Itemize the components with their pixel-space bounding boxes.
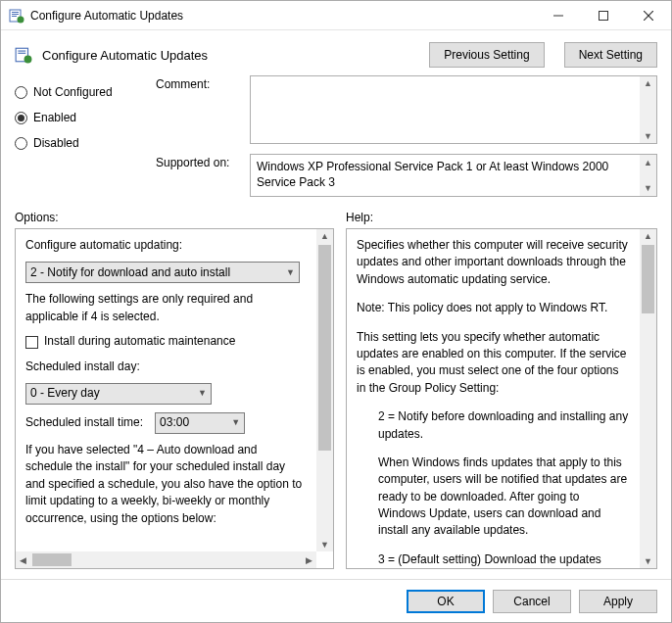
panes: Configure automatic updating: 2 - Notify…	[1, 228, 671, 579]
dialog-window: Configure Automatic Updates Configure Au…	[0, 0, 672, 623]
vertical-scrollbar[interactable]: ▲ ▼	[316, 229, 333, 551]
install-day-combo[interactable]: 0 - Every day ▼	[25, 383, 212, 405]
vertical-scrollbar[interactable]: ▲ ▼	[640, 229, 656, 568]
svg-rect-6	[600, 11, 608, 20]
supported-on-box: Windows XP Professional Service Pack 1 o…	[250, 154, 657, 197]
scroll-thumb[interactable]	[32, 553, 72, 566]
scroll-thumb[interactable]	[642, 245, 654, 313]
radio-icon	[15, 112, 27, 124]
page-title: Configure Automatic Updates	[42, 48, 409, 63]
svg-rect-1	[12, 12, 19, 13]
apply-button[interactable]: Apply	[579, 590, 657, 613]
chevron-down-icon: ▼	[640, 554, 656, 568]
header-row: Configure Automatic Updates Previous Set…	[1, 30, 671, 75]
pane-labels: Options: Help:	[1, 205, 671, 228]
next-setting-button[interactable]: Next Setting	[564, 42, 657, 68]
scrollbar[interactable]: ▲▼	[640, 76, 656, 143]
help-text: 3 = (Default setting) Download the updat…	[357, 551, 630, 568]
chevron-right-icon: ▶	[302, 553, 316, 567]
svg-rect-3	[12, 16, 17, 17]
help-text: When Windows finds updates that apply to…	[357, 455, 630, 540]
comment-label: Comment:	[156, 75, 244, 91]
chevron-down-icon: ▼	[231, 416, 240, 429]
help-label: Help:	[346, 211, 373, 224]
top-section: Not Configured Enabled Disabled Comment:…	[1, 75, 671, 205]
help-text: Specifies whether this computer will rec…	[357, 237, 630, 288]
state-column: Not Configured Enabled Disabled	[15, 75, 142, 197]
chevron-down-icon: ▼	[644, 180, 652, 196]
radio-icon	[15, 137, 27, 150]
ok-button[interactable]: OK	[407, 590, 485, 613]
previous-setting-button[interactable]: Previous Setting	[429, 42, 544, 68]
chevron-up-icon: ▲	[644, 155, 652, 170]
scroll-thumb[interactable]	[318, 245, 331, 451]
install-day-label: Scheduled install day:	[25, 359, 307, 375]
svg-rect-11	[18, 53, 25, 54]
checkbox-label: Install during automatic maintenance	[44, 334, 235, 348]
configure-updating-combo[interactable]: 2 - Notify for download and auto install…	[25, 262, 300, 283]
chevron-down-icon: ▼	[644, 129, 652, 143]
help-text: This setting lets you specify whether au…	[357, 329, 630, 398]
chevron-up-icon: ▲	[640, 229, 656, 243]
policy-icon	[9, 8, 24, 24]
radio-label: Enabled	[33, 111, 76, 124]
radio-enabled[interactable]: Enabled	[15, 105, 142, 130]
install-time-row: Scheduled install time: 03:00 ▼	[25, 412, 307, 434]
checkbox-icon	[25, 336, 38, 349]
options-content: Configure automatic updating: 2 - Notify…	[16, 229, 316, 551]
radio-disabled[interactable]: Disabled	[15, 130, 142, 156]
radio-label: Disabled	[33, 136, 79, 150]
svg-point-4	[18, 16, 24, 23]
radio-label: Not Configured	[33, 85, 113, 99]
supported-on-text: Windows XP Professional Service Pack 1 o…	[257, 160, 608, 189]
titlebar: Configure Automatic Updates	[1, 1, 671, 30]
chevron-up-icon: ▲	[644, 76, 652, 90]
install-time-label: Scheduled install time:	[25, 414, 143, 431]
help-content: Specifies whether this computer will rec…	[347, 229, 640, 568]
chevron-down-icon: ▼	[286, 266, 295, 279]
configure-updating-label: Configure automatic updating:	[25, 237, 307, 254]
svg-rect-10	[18, 51, 25, 52]
help-text: Note: This policy does not apply to Wind…	[357, 300, 630, 316]
chevron-down-icon: ▼	[198, 387, 207, 400]
chevron-up-icon: ▲	[316, 229, 333, 243]
radio-icon	[15, 86, 27, 99]
scrollbar[interactable]: ▲▼	[640, 155, 656, 196]
dialog-footer: OK Cancel Apply	[1, 579, 671, 622]
combo-value: 0 - Every day	[30, 385, 100, 402]
options-note: The following settings are only required…	[25, 291, 307, 325]
help-pane: Specifies whether this computer will rec…	[346, 228, 657, 569]
svg-point-12	[24, 56, 32, 64]
radio-not-configured[interactable]: Not Configured	[15, 79, 142, 105]
chevron-left-icon: ◀	[16, 553, 30, 567]
minimize-button[interactable]	[536, 1, 581, 30]
combo-value: 2 - Notify for download and auto install	[30, 264, 230, 281]
options-pane: Configure automatic updating: 2 - Notify…	[15, 228, 334, 569]
cancel-button[interactable]: Cancel	[493, 590, 571, 613]
comment-textarea[interactable]: ▲▼	[250, 75, 657, 144]
install-time-combo[interactable]: 03:00 ▼	[155, 412, 245, 434]
options-label: Options:	[15, 211, 346, 224]
close-button[interactable]	[626, 1, 671, 30]
horizontal-scrollbar[interactable]: ◀ ▶	[16, 551, 316, 568]
chevron-down-icon: ▼	[316, 538, 333, 551]
window-title: Configure Automatic Updates	[30, 9, 536, 23]
options-tail-text: If you have selected "4 – Auto download …	[25, 442, 307, 527]
policy-icon	[15, 46, 32, 64]
maintenance-checkbox[interactable]: Install during automatic maintenance	[25, 333, 307, 350]
combo-value: 03:00	[160, 414, 189, 431]
svg-rect-2	[12, 14, 19, 15]
supported-label: Supported on:	[156, 154, 244, 169]
help-text: 2 = Notify before downloading and instal…	[357, 408, 630, 443]
meta-column: Comment: ▲▼ Supported on: Windows XP Pro…	[156, 75, 657, 197]
maximize-button[interactable]	[581, 1, 626, 30]
